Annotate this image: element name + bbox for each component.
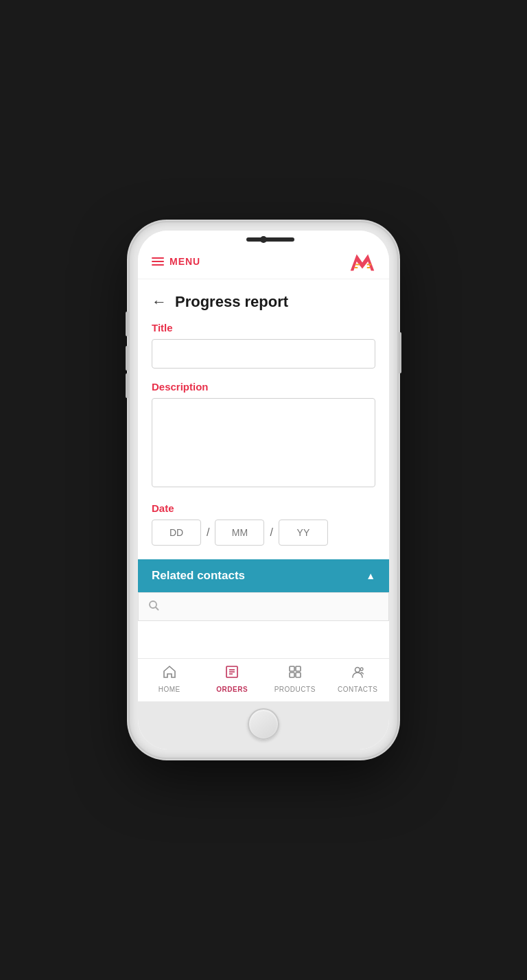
- date-separator-2: /: [270, 526, 272, 539]
- app-content: ← Progress report Title Description Date…: [138, 279, 389, 658]
- home-icon: [162, 664, 177, 684]
- speaker: [246, 237, 294, 242]
- date-separator-1: /: [207, 526, 209, 539]
- contacts-search-input[interactable]: [165, 601, 379, 613]
- svg-rect-14: [296, 673, 301, 677]
- nav-label-contacts: CONTACTS: [338, 686, 377, 693]
- nav-item-home[interactable]: HOME: [148, 664, 191, 693]
- menu-label: MENU: [169, 256, 200, 267]
- title-label: Title: [152, 322, 375, 334]
- date-row: / /: [152, 520, 375, 546]
- nav-item-orders[interactable]: ORDERS: [210, 664, 254, 693]
- camera-dot: [260, 236, 267, 243]
- nav-label-products: PRODUCTS: [274, 686, 316, 693]
- svg-rect-11: [290, 666, 294, 671]
- description-label: Description: [152, 381, 375, 393]
- date-month-input[interactable]: [215, 520, 264, 546]
- nav-label-orders: ORDERS: [216, 686, 248, 693]
- contacts-icon: [350, 664, 365, 684]
- nav-item-contacts[interactable]: CONTACTS: [336, 664, 379, 693]
- svg-rect-13: [290, 673, 294, 677]
- related-contacts-section: Related contacts ▲: [138, 559, 389, 621]
- related-contacts-header[interactable]: Related contacts ▲: [138, 559, 389, 592]
- app-header: MENU: [138, 244, 389, 279]
- date-label: Date: [152, 502, 375, 514]
- status-bar: [138, 231, 389, 244]
- brand-logo: [349, 251, 375, 272]
- back-button[interactable]: ←: [152, 294, 167, 310]
- orders-icon: [224, 664, 239, 684]
- page-header: ← Progress report: [138, 279, 389, 322]
- nav-label-home: HOME: [159, 686, 180, 693]
- nav-item-products[interactable]: PRODUCTS: [273, 664, 317, 693]
- related-contacts-title: Related contacts: [152, 569, 245, 583]
- home-button[interactable]: [248, 708, 279, 740]
- contacts-search-bar: [138, 592, 389, 621]
- chevron-up-icon: ▲: [366, 570, 375, 581]
- svg-rect-12: [296, 666, 301, 671]
- date-day-input[interactable]: [152, 520, 201, 546]
- svg-marker-0: [351, 255, 375, 271]
- home-button-area: [138, 701, 389, 749]
- phone-frame: MENU ← Progress report Title: [130, 222, 397, 758]
- description-input[interactable]: [152, 398, 375, 487]
- bottom-nav: HOME ORDERS: [138, 658, 389, 701]
- date-year-input[interactable]: [279, 520, 328, 546]
- page-title: Progress report: [175, 293, 288, 311]
- menu-button[interactable]: MENU: [152, 256, 200, 267]
- svg-point-15: [355, 668, 360, 673]
- form-section: Title Description Date / /: [138, 322, 389, 546]
- search-icon: [148, 600, 159, 614]
- svg-line-6: [156, 607, 159, 610]
- title-input[interactable]: [152, 339, 375, 369]
- phone-screen: MENU ← Progress report Title: [138, 231, 389, 749]
- products-icon: [288, 664, 303, 684]
- hamburger-icon: [152, 257, 164, 266]
- svg-point-16: [360, 668, 363, 670]
